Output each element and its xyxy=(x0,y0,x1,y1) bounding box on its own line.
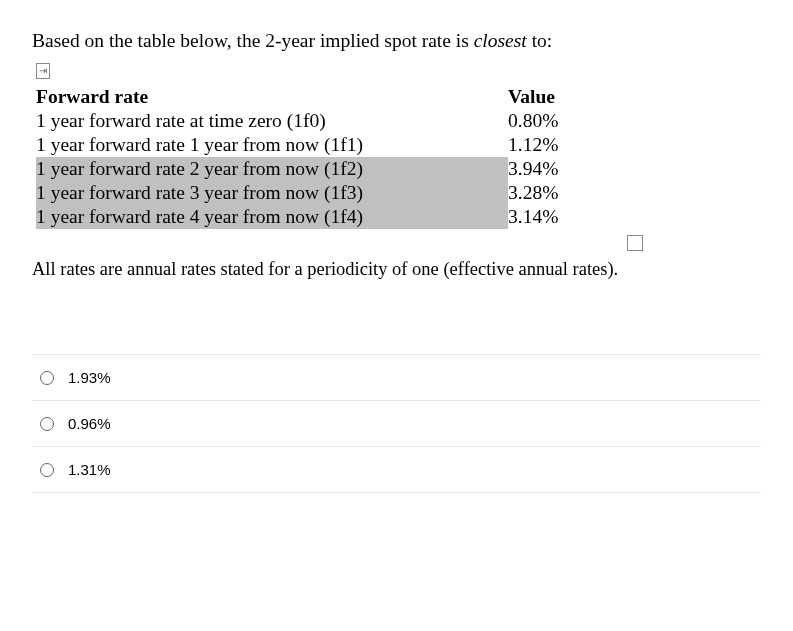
checkbox-icon xyxy=(627,235,643,251)
option-c[interactable]: 1.31% xyxy=(32,447,761,493)
question-block: Based on the table below, the 2-year imp… xyxy=(0,0,793,523)
options-list: 1.93% 0.96% 1.31% xyxy=(32,354,761,493)
header-value: Value xyxy=(508,85,628,109)
header-rate: Forward rate xyxy=(36,85,508,109)
cell-label: 1 year forward rate 3 year from now (1f3… xyxy=(36,181,508,205)
option-label: 1.93% xyxy=(68,369,111,386)
radio-icon xyxy=(40,417,54,431)
option-label: 0.96% xyxy=(68,415,111,432)
table-row: 1 year forward rate at time zero (1f0) 0… xyxy=(36,109,628,133)
option-label: 1.31% xyxy=(68,461,111,478)
cell-label: 1 year forward rate 2 year from now (1f2… xyxy=(36,157,508,181)
rates-table: Forward rate Value 1 year forward rate a… xyxy=(36,85,761,229)
table-header-row: Forward rate Value xyxy=(36,85,628,109)
question-text: Based on the table below, the 2-year imp… xyxy=(32,30,761,52)
cell-label: 1 year forward rate 1 year from now (1f1… xyxy=(36,133,508,157)
anchor-glyph: ⇥ xyxy=(39,66,47,76)
question-prefix: Based on the table below, the 2-year imp… xyxy=(32,30,474,51)
table-row: 1 year forward rate 3 year from now (1f3… xyxy=(36,181,628,205)
radio-icon xyxy=(40,371,54,385)
radio-icon xyxy=(40,463,54,477)
footnote: All rates are annual rates stated for a … xyxy=(32,259,761,280)
option-b[interactable]: 0.96% xyxy=(32,401,761,447)
table-anchor-icon: ⇥ xyxy=(36,63,50,79)
question-italic: closest xyxy=(474,30,527,51)
cell-value: 3.14% xyxy=(508,205,628,229)
cell-label: 1 year forward rate at time zero (1f0) xyxy=(36,109,508,133)
cell-label: 1 year forward rate 4 year from now (1f4… xyxy=(36,205,508,229)
checkbox-annotation xyxy=(32,235,761,255)
option-a[interactable]: 1.93% xyxy=(32,354,761,401)
question-suffix: to: xyxy=(527,30,552,51)
table-row: 1 year forward rate 1 year from now (1f1… xyxy=(36,133,628,157)
cell-value: 3.94% xyxy=(508,157,628,181)
cell-value: 0.80% xyxy=(508,109,628,133)
cell-value: 1.12% xyxy=(508,133,628,157)
table: Forward rate Value 1 year forward rate a… xyxy=(36,85,628,229)
table-row: 1 year forward rate 4 year from now (1f4… xyxy=(36,205,628,229)
table-row: 1 year forward rate 2 year from now (1f2… xyxy=(36,157,628,181)
cell-value: 3.28% xyxy=(508,181,628,205)
